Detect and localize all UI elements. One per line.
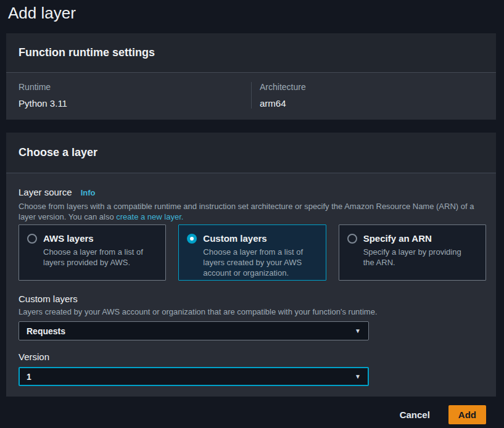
runtime-field: Runtime Python 3.11: [6, 82, 251, 109]
option-aws-layers[interactable]: AWS layers Choose a layer from a list of…: [19, 224, 166, 281]
choose-a-layer-header: Choose a layer: [6, 133, 496, 173]
function-runtime-settings-panel: Function runtime settings Runtime Python…: [6, 33, 496, 120]
layer-source-description-text: Choose from layers with a compatible run…: [19, 202, 474, 221]
option-specify-arn-description: Specify a layer by providing the ARN.: [363, 247, 471, 268]
layer-source-description: Choose from layers with a compatible run…: [19, 201, 480, 222]
version-label: Version: [19, 352, 484, 363]
option-aws-layers-title: AWS layers: [43, 233, 94, 244]
version-select-value: 1: [27, 372, 31, 382]
custom-layers-select[interactable]: Requests ▼: [19, 321, 369, 340]
architecture-field: Architecture arm64: [251, 82, 496, 109]
custom-layers-label: Custom layers: [19, 294, 484, 305]
runtime-value: Python 3.11: [19, 98, 251, 109]
option-specify-arn-head: Specify an ARN: [347, 233, 478, 244]
function-runtime-settings-header: Function runtime settings: [6, 33, 496, 73]
option-custom-layers-head: Custom layers: [187, 233, 318, 244]
option-specify-arn-title: Specify an ARN: [363, 233, 432, 244]
create-new-layer-link[interactable]: create a new layer.: [116, 212, 183, 221]
layer-source-options: AWS layers Choose a layer from a list of…: [19, 224, 486, 281]
custom-layers-select-value: Requests: [27, 326, 65, 336]
add-button[interactable]: Add: [448, 405, 486, 424]
radio-unchecked-icon[interactable]: [347, 234, 357, 244]
option-custom-layers[interactable]: Custom layers Choose a layer from a list…: [178, 224, 326, 281]
architecture-label: Architecture: [260, 82, 496, 92]
cancel-button[interactable]: Cancel: [400, 409, 430, 420]
function-runtime-settings-body: Runtime Python 3.11 Architecture arm64: [6, 73, 496, 120]
layer-source-label: Layer source: [19, 187, 72, 198]
architecture-value: arm64: [260, 98, 496, 109]
runtime-label: Runtime: [19, 82, 251, 92]
function-runtime-settings-title: Function runtime settings: [19, 46, 155, 59]
info-link[interactable]: Info: [81, 188, 96, 197]
radio-unchecked-icon[interactable]: [27, 234, 37, 244]
chevron-down-icon: ▼: [355, 374, 361, 380]
option-aws-layers-head: AWS layers: [27, 233, 158, 244]
option-specify-arn[interactable]: Specify an ARN Specify a layer by provid…: [339, 224, 486, 281]
choose-a-layer-panel: Choose a layer Layer source Info Choose …: [6, 133, 496, 397]
add-layer-page: Add layer Function runtime settings Runt…: [0, 3, 504, 428]
layer-source-label-row: Layer source Info: [19, 187, 484, 198]
option-custom-layers-title: Custom layers: [203, 233, 266, 244]
choose-a-layer-title: Choose a layer: [19, 146, 97, 159]
page-title: Add layer: [8, 3, 504, 23]
footer-actions: Cancel Add: [0, 397, 504, 424]
option-custom-layers-description: Choose a layer from a list of layers cre…: [203, 247, 311, 278]
chevron-down-icon: ▼: [355, 328, 361, 334]
radio-checked-icon[interactable]: [187, 234, 197, 244]
choose-a-layer-body: Layer source Info Choose from layers wit…: [6, 173, 496, 397]
custom-layers-description: Layers created by your AWS account or or…: [19, 307, 480, 317]
version-select[interactable]: 1 ▼: [19, 367, 369, 386]
option-aws-layers-description: Choose a layer from a list of layers pro…: [43, 247, 151, 268]
